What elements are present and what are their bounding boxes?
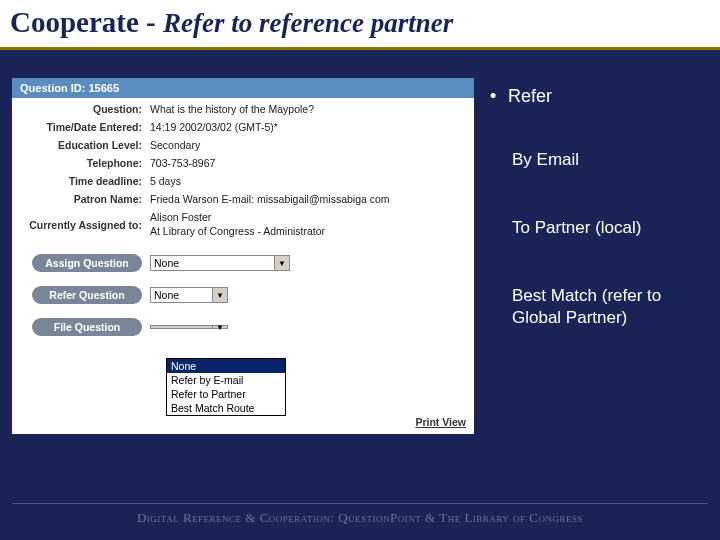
label-education: Education Level: xyxy=(18,139,150,151)
form-rows: Question: What is the history of the May… xyxy=(12,98,474,341)
bullet-bestmatch: Best Match (refer to Global Partner) xyxy=(494,285,700,329)
value-question: What is the history of the Maypole? xyxy=(150,103,468,115)
row-assign-action: Assign Question None ▼ xyxy=(12,251,474,275)
row-refer-action: Refer Question None ▼ xyxy=(12,283,474,307)
dropdown-option-partner[interactable]: Refer to Partner xyxy=(167,387,285,401)
dropdown-option-bestmatch[interactable]: Best Match Route xyxy=(167,401,285,415)
refer-dropdown-list[interactable]: None Refer by E-mail Refer to Partner Be… xyxy=(166,358,286,416)
row-question: Question: What is the history of the May… xyxy=(12,100,474,118)
title-main: Cooperate - xyxy=(10,6,163,38)
assigned-line1: Alison Foster xyxy=(150,211,211,223)
value-deadline: 5 days xyxy=(150,175,468,187)
dropdown-option-none[interactable]: None xyxy=(167,359,285,373)
label-time: Time/Date Entered: xyxy=(18,121,150,133)
label-patron: Patron Name: xyxy=(18,193,150,205)
chevron-down-icon: ▼ xyxy=(212,288,227,302)
assign-button[interactable]: Assign Question xyxy=(32,254,142,272)
row-telephone: Telephone: 703-753-8967 xyxy=(12,154,474,172)
question-id-header: Question ID: 15665 xyxy=(12,78,474,98)
row-education: Education Level: Secondary xyxy=(12,136,474,154)
row-patron: Patron Name: Frieda Warson E-mail: missa… xyxy=(12,190,474,208)
value-time: 14:19 2002/03/02 (GMT-5)* xyxy=(150,121,468,133)
row-deadline: Time deadline: 5 days xyxy=(12,172,474,190)
value-telephone: 703-753-8967 xyxy=(150,157,468,169)
file-button[interactable]: File Question xyxy=(32,318,142,336)
print-view-link[interactable]: Print View xyxy=(415,416,466,428)
label-question: Question: xyxy=(18,103,150,115)
refer-select-value: None xyxy=(154,289,179,301)
bullet-partner: To Partner (local) xyxy=(494,217,700,239)
assign-select[interactable]: None ▼ xyxy=(150,255,290,271)
slide-title-bar: Cooperate - Refer to reference partner xyxy=(0,0,720,50)
label-telephone: Telephone: xyxy=(18,157,150,169)
file-select[interactable]: ▼ xyxy=(150,325,228,329)
chevron-down-icon: ▼ xyxy=(274,256,289,270)
slide-footer: Digital Reference & Cooperation: Questio… xyxy=(12,503,708,526)
title-sub: Refer to reference partner xyxy=(163,8,453,38)
assign-select-value: None xyxy=(154,257,179,269)
row-assigned: Currently Assigned to: Alison Foster At … xyxy=(12,208,474,241)
label-assigned: Currently Assigned to: xyxy=(18,219,150,231)
slide-bullets: Refer By Email To Partner (local) Best M… xyxy=(494,78,700,434)
bullet-refer: Refer xyxy=(494,86,700,107)
assigned-line2: At Library of Congress - Administrator xyxy=(150,225,325,237)
slide-content: Question ID: 15665 Question: What is the… xyxy=(0,50,720,434)
refer-button[interactable]: Refer Question xyxy=(32,286,142,304)
value-patron: Frieda Warson E-mail: missabigail@missab… xyxy=(150,193,468,205)
row-file-action: File Question ▼ xyxy=(12,315,474,339)
dropdown-option-email[interactable]: Refer by E-mail xyxy=(167,373,285,387)
value-assigned: Alison Foster At Library of Congress - A… xyxy=(150,211,468,238)
value-education: Secondary xyxy=(150,139,468,151)
label-deadline: Time deadline: xyxy=(18,175,150,187)
question-form-panel: Question ID: 15665 Question: What is the… xyxy=(12,78,474,434)
bullet-email: By Email xyxy=(494,149,700,171)
refer-select[interactable]: None ▼ xyxy=(150,287,228,303)
chevron-down-icon: ▼ xyxy=(212,326,227,328)
row-time: Time/Date Entered: 14:19 2002/03/02 (GMT… xyxy=(12,118,474,136)
